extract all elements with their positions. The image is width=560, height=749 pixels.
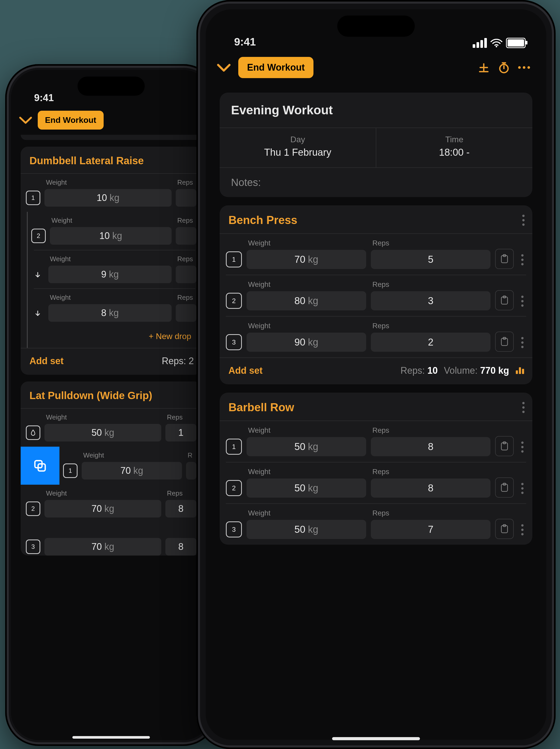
set-row: 3 Weight 90kg Reps 2 [220,317,532,358]
notes-field[interactable]: Notes: [220,167,532,197]
weight-input[interactable]: 50kg [247,520,366,539]
new-drop-button[interactable]: + New drop [28,327,202,348]
set-row: 1 Weight 70kg Reps 5 [220,234,532,275]
end-workout-button[interactable]: End Workout [38,111,104,130]
screen-front: 9:41 End Workout [206,9,546,740]
phone-front: 9:41 End Workout [196,0,556,749]
set-number-badge[interactable]: 2 [226,480,242,496]
add-exercise-icon[interactable] [477,61,491,74]
weight-input[interactable]: 70kg [247,250,366,269]
reps-input[interactable] [176,189,196,207]
more-icon[interactable] [517,61,531,74]
reps-input[interactable]: 2 [371,333,491,352]
svg-point-2 [496,46,497,47]
exercise-card: Bench Press 1 Weight 70kg Reps 5 [220,205,532,384]
set-menu-icon[interactable] [518,524,526,535]
workout-meta-card: Evening Workout Day Thu 1 February Time … [220,92,532,197]
screen-back: 9:41 End Workout Dumbbell Lateral Raise [11,70,211,740]
set-number-badge[interactable]: 1 [226,438,242,455]
drop-arrow-icon[interactable] [31,269,44,282]
chevron-down-icon[interactable] [216,62,231,73]
weight-input[interactable]: 8kg [48,304,172,322]
time-cell[interactable]: Time 18:00 - [376,128,532,167]
set-menu-icon[interactable] [518,337,526,348]
clipboard-icon[interactable] [495,436,514,456]
set-number-badge[interactable]: 2 [31,229,46,243]
warmup-icon[interactable] [26,425,40,440]
weight-label: Weight [44,178,172,187]
set-row: 1 Weight 10kg Reps [21,174,202,212]
dynamic-island [337,16,415,37]
weight-input[interactable]: 80kg [247,291,366,311]
weight-input[interactable]: 70kg [82,462,182,479]
set-menu-icon[interactable] [518,483,526,494]
set-number-badge[interactable]: 3 [226,521,242,537]
swipe-row: 1 Weight 70kg R [21,447,202,485]
exercise-title[interactable]: Barbell Row [228,401,294,414]
set-row: 2 Weight 70kg Reps 8 [21,485,202,523]
home-indicator[interactable] [72,736,150,739]
weight-input[interactable]: 10kg [44,189,172,207]
timer-icon[interactable] [497,61,511,74]
drop-set-group: 2 Weight 10kg Reps [27,212,202,348]
weight-input[interactable]: 90kg [247,333,366,352]
duplicate-action[interactable] [21,447,60,485]
weight-input[interactable]: 70kg [44,538,161,556]
weight-input[interactable]: 70kg [44,500,161,517]
battery-icon [506,38,525,48]
exercise-title[interactable]: Bench Press [228,214,297,227]
clipboard-icon[interactable] [495,249,514,269]
set-menu-icon[interactable] [518,442,526,453]
set-number-badge[interactable]: 1 [226,251,242,268]
set-number-badge[interactable]: 3 [26,539,40,554]
bar-chart-icon[interactable] [515,367,524,374]
exercise-title[interactable]: Lat Pulldown (Wide Grip) [29,390,152,401]
home-indicator[interactable] [332,737,420,740]
svg-rect-12 [522,369,524,374]
clipboard-icon[interactable] [495,331,514,352]
set-number-badge[interactable]: 1 [63,464,77,478]
reps-input[interactable]: 5 [371,250,491,269]
reps-input[interactable]: 3 [371,291,491,311]
reps-input[interactable]: 8 [371,437,491,456]
svg-rect-10 [516,370,518,374]
reps-input[interactable] [176,265,196,283]
end-workout-button[interactable]: End Workout [238,57,313,78]
reps-input[interactable] [186,462,196,479]
workout-title[interactable]: Evening Workout [220,92,532,128]
add-set-button[interactable]: Add set [228,365,263,376]
reps-input[interactable]: 8 [165,538,196,556]
set-menu-icon[interactable] [518,254,526,265]
nav-bar: End Workout [11,107,211,135]
exercise-menu-icon[interactable] [522,215,524,226]
set-row: 3 . 70kg . 8 [21,523,202,556]
reps-input[interactable]: 1 [165,424,196,442]
reps-label: Reps [371,239,491,247]
clipboard-icon[interactable] [495,290,514,311]
set-menu-icon[interactable] [518,296,526,307]
reps-input[interactable] [176,304,196,322]
chevron-down-icon[interactable] [19,115,32,125]
weight-input[interactable]: 50kg [247,437,366,456]
set-number-badge[interactable]: 3 [226,334,242,350]
clipboard-icon[interactable] [495,519,514,539]
wifi-icon [491,39,502,47]
exercise-title[interactable]: Dumbbell Lateral Raise [29,155,144,167]
day-cell[interactable]: Day Thu 1 February [220,128,376,167]
clipboard-icon[interactable] [495,477,514,498]
drop-arrow-icon[interactable] [31,307,44,320]
weight-input[interactable]: 50kg [44,424,161,442]
reps-input[interactable] [176,227,196,245]
exercise-card: Dumbbell Lateral Raise 1 Weight 10kg Rep… [21,147,202,375]
exercise-menu-icon[interactable] [522,402,524,413]
weight-input[interactable]: 9kg [48,265,172,283]
reps-input[interactable]: 8 [165,500,196,517]
weight-input[interactable]: 50kg [247,478,366,498]
reps-input[interactable]: 8 [371,478,491,498]
set-number-badge[interactable]: 1 [26,191,40,205]
set-number-badge[interactable]: 2 [26,501,40,516]
set-number-badge[interactable]: 2 [226,293,242,309]
reps-input[interactable]: 7 [371,520,491,539]
weight-input[interactable]: 10kg [50,227,172,245]
add-set-button[interactable]: Add set [29,356,64,366]
